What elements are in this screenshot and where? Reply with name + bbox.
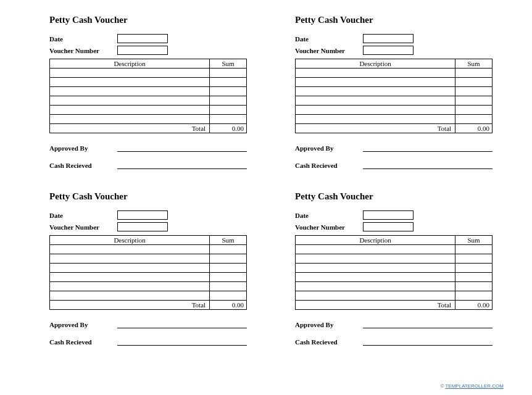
col-description: Description	[50, 236, 210, 245]
number-label: Voucher Number	[295, 223, 363, 231]
table-row[interactable]	[50, 254, 247, 264]
received-line[interactable]	[363, 337, 493, 346]
date-row: Date	[295, 34, 493, 43]
approved-label: Approved By	[295, 321, 363, 328]
approved-row: Approved By	[295, 143, 493, 152]
total-label: Total	[50, 124, 210, 133]
number-input[interactable]	[117, 46, 168, 55]
total-value: 0.00	[455, 124, 493, 133]
table-row[interactable]	[296, 282, 493, 291]
received-line[interactable]	[117, 337, 247, 346]
received-row: Cash Recieved	[49, 160, 247, 169]
voucher-card: Petty Cash Voucher Date Voucher Number D…	[49, 191, 247, 346]
col-description: Description	[50, 59, 210, 69]
date-row: Date	[295, 210, 493, 220]
received-label: Cash Recieved	[49, 338, 117, 346]
table-row[interactable]	[50, 78, 247, 87]
table-row[interactable]	[296, 96, 493, 106]
col-sum: Sum	[210, 59, 247, 69]
table-row[interactable]	[50, 115, 247, 124]
approved-label: Approved By	[49, 144, 117, 152]
date-input[interactable]	[117, 34, 168, 43]
received-line[interactable]	[117, 160, 247, 169]
approved-line[interactable]	[117, 320, 247, 328]
col-description: Description	[296, 236, 455, 245]
approved-row: Approved By	[49, 143, 247, 152]
table-row[interactable]	[296, 291, 493, 301]
copyright-symbol: ©	[440, 383, 444, 389]
date-label: Date	[49, 212, 117, 219]
table-row[interactable]	[50, 273, 247, 282]
total-label: Total	[296, 124, 455, 133]
approved-line[interactable]	[363, 320, 493, 328]
table-row[interactable]	[50, 69, 247, 78]
col-sum: Sum	[455, 59, 493, 69]
number-input[interactable]	[363, 46, 414, 55]
approved-line[interactable]	[363, 143, 493, 152]
voucher-title: Petty Cash Voucher	[295, 15, 493, 25]
table-row[interactable]	[50, 96, 247, 106]
col-sum: Sum	[210, 236, 247, 245]
received-label: Cash Recieved	[295, 162, 363, 169]
table-row[interactable]	[50, 106, 247, 115]
number-row: Voucher Number	[295, 222, 493, 231]
table-row[interactable]	[50, 282, 247, 291]
date-row: Date	[49, 210, 247, 220]
approved-label: Approved By	[295, 144, 363, 152]
received-label: Cash Recieved	[295, 338, 363, 346]
number-row: Voucher Number	[49, 46, 247, 55]
table-row[interactable]	[296, 106, 493, 115]
number-row: Voucher Number	[49, 222, 247, 231]
date-input[interactable]	[363, 210, 414, 220]
table-row[interactable]	[50, 245, 247, 254]
voucher-grid: Petty Cash Voucher Date Voucher Number D…	[49, 15, 495, 346]
line-items-table: Description Sum Total 0.00	[295, 59, 493, 133]
received-label: Cash Recieved	[49, 162, 117, 169]
table-row[interactable]	[50, 291, 247, 301]
number-input[interactable]	[117, 222, 168, 231]
table-row[interactable]	[296, 69, 493, 78]
number-label: Voucher Number	[295, 47, 363, 54]
number-label: Voucher Number	[49, 223, 117, 231]
approved-row: Approved By	[295, 320, 493, 328]
line-items-table: Description Sum Total 0.00	[49, 59, 247, 133]
table-row[interactable]	[296, 245, 493, 254]
table-row[interactable]	[50, 264, 247, 273]
col-description: Description	[296, 59, 455, 69]
table-row[interactable]	[296, 78, 493, 87]
number-label: Voucher Number	[49, 47, 117, 54]
date-label: Date	[295, 35, 363, 43]
total-row: Total 0.00	[296, 124, 493, 133]
total-value: 0.00	[210, 301, 247, 310]
approved-row: Approved By	[49, 320, 247, 328]
footer-link[interactable]: TEMPLATEROLLER.COM	[445, 383, 504, 389]
approved-line[interactable]	[117, 143, 247, 152]
total-label: Total	[50, 301, 210, 310]
total-value: 0.00	[455, 301, 493, 310]
date-label: Date	[49, 35, 117, 43]
total-row: Total 0.00	[50, 301, 247, 310]
date-input[interactable]	[363, 34, 414, 43]
date-input[interactable]	[117, 210, 168, 220]
table-row[interactable]	[296, 115, 493, 124]
number-row: Voucher Number	[295, 46, 493, 55]
total-label: Total	[296, 301, 455, 310]
line-items-table: Description Sum Total 0.00	[49, 235, 247, 310]
received-row: Cash Recieved	[295, 160, 493, 169]
table-row[interactable]	[50, 87, 247, 96]
voucher-card: Petty Cash Voucher Date Voucher Number D…	[49, 15, 247, 169]
line-items-table: Description Sum Total 0.00	[295, 235, 493, 310]
approved-label: Approved By	[49, 321, 117, 328]
table-row[interactable]	[296, 264, 493, 273]
voucher-card: Petty Cash Voucher Date Voucher Number D…	[295, 15, 493, 169]
voucher-title: Petty Cash Voucher	[295, 191, 493, 202]
voucher-title: Petty Cash Voucher	[49, 15, 247, 25]
number-input[interactable]	[363, 222, 414, 231]
received-line[interactable]	[363, 160, 493, 169]
table-row[interactable]	[296, 87, 493, 96]
date-row: Date	[49, 34, 247, 43]
col-sum: Sum	[455, 236, 493, 245]
table-row[interactable]	[296, 254, 493, 264]
total-value: 0.00	[210, 124, 247, 133]
table-row[interactable]	[296, 273, 493, 282]
